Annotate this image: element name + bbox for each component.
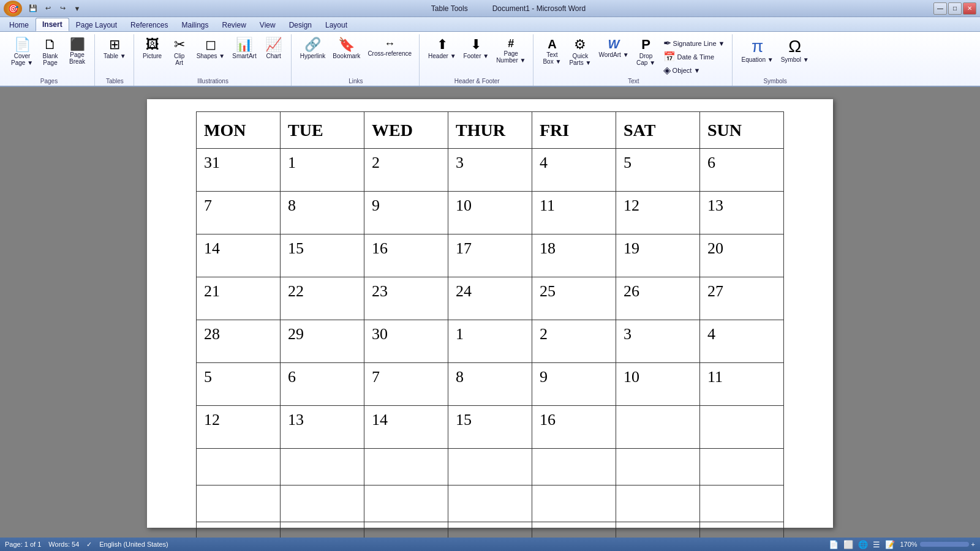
calendar-cell-5-0[interactable]: 5: [197, 363, 281, 406]
calendar-cell-2-6[interactable]: 20: [700, 234, 784, 277]
tab-home[interactable]: Home: [2, 18, 36, 31]
undo-button[interactable]: ↩: [42, 3, 54, 14]
word-count[interactable]: Words: 54: [48, 541, 79, 548]
calendar-cell-8-1[interactable]: [281, 485, 364, 522]
symbol-button[interactable]: Ω Symbol ▼: [778, 37, 812, 64]
calendar-cell-5-1[interactable]: 6: [281, 363, 364, 406]
calendar-cell-2-0[interactable]: 14: [197, 234, 281, 277]
signature-line-button[interactable]: ✒ Signature Line ▼: [661, 37, 728, 50]
calendar-cell-7-0[interactable]: [197, 449, 281, 485]
date-time-button[interactable]: 📅 Date & Time: [661, 50, 728, 63]
calendar-cell-9-3[interactable]: [448, 522, 532, 538]
calendar-cell-0-2[interactable]: 2: [364, 149, 448, 192]
calendar-cell-2-5[interactable]: 19: [616, 234, 700, 277]
calendar-cell-1-5[interactable]: 12: [616, 192, 700, 234]
tab-layout[interactable]: Layout: [318, 18, 354, 31]
cross-reference-button[interactable]: ↔ Cross-reference: [365, 37, 414, 58]
calendar-cell-8-3[interactable]: [448, 485, 532, 522]
calendar-cell-9-0[interactable]: [197, 522, 281, 538]
calendar-cell-9-5[interactable]: [616, 522, 700, 538]
hyperlink-button[interactable]: 🔗 Hyperlink: [298, 37, 328, 61]
calendar-cell-1-1[interactable]: 8: [281, 192, 364, 234]
footer-button[interactable]: ⬇ Footer ▼: [461, 37, 492, 61]
document-area[interactable]: MON TUE WED THUR FRI SAT SUN 31123456789…: [0, 87, 980, 538]
calendar-cell-5-3[interactable]: 8: [448, 363, 532, 406]
calendar-cell-3-6[interactable]: 27: [700, 277, 784, 320]
wordart-button[interactable]: W WordArt ▼: [596, 37, 631, 59]
calendar-cell-7-1[interactable]: [281, 449, 364, 485]
restore-button[interactable]: □: [948, 2, 962, 15]
quick-parts-button[interactable]: ⚙ QuickParts ▼: [567, 37, 594, 67]
tab-view[interactable]: View: [253, 18, 282, 31]
calendar-cell-6-1[interactable]: 13: [281, 406, 364, 449]
calendar-cell-9-4[interactable]: [532, 522, 616, 538]
calendar-cell-6-6[interactable]: [700, 406, 784, 449]
calendar-cell-5-6[interactable]: 11: [700, 363, 784, 406]
calendar-cell-2-3[interactable]: 17: [448, 234, 532, 277]
qat-dropdown[interactable]: ▼: [71, 3, 83, 14]
close-button[interactable]: ✕: [963, 2, 976, 15]
zoom-slider[interactable]: [920, 542, 969, 547]
calendar-cell-1-6[interactable]: 13: [700, 192, 784, 234]
zoom-in-button[interactable]: +: [971, 541, 975, 548]
page-break-button[interactable]: ⬛ PageBreak: [65, 37, 89, 66]
clip-art-button[interactable]: ✂ ClipArt: [167, 37, 192, 67]
minimize-button[interactable]: —: [933, 2, 947, 15]
tab-design[interactable]: Design: [282, 18, 318, 31]
calendar-cell-0-3[interactable]: 3: [448, 149, 532, 192]
calendar-cell-5-2[interactable]: 7: [364, 363, 448, 406]
view-draft-icon[interactable]: 📝: [885, 540, 895, 549]
calendar-cell-7-2[interactable]: [364, 449, 448, 485]
header-button[interactable]: ⬆ Header ▼: [426, 37, 458, 61]
table-button[interactable]: ⊞ Table ▼: [101, 37, 129, 61]
calendar-cell-3-4[interactable]: 25: [532, 277, 616, 320]
smartart-button[interactable]: 📊 SmartArt: [230, 37, 258, 61]
page-info[interactable]: Page: 1 of 1: [5, 541, 41, 548]
picture-button[interactable]: 🖼 Picture: [140, 37, 165, 61]
calendar-cell-4-2[interactable]: 30: [364, 320, 448, 363]
calendar-cell-9-2[interactable]: [364, 522, 448, 538]
calendar-cell-5-5[interactable]: 10: [616, 363, 700, 406]
calendar-cell-8-6[interactable]: [700, 485, 784, 522]
calendar-cell-0-5[interactable]: 5: [616, 149, 700, 192]
shapes-button[interactable]: ◻ Shapes ▼: [194, 37, 228, 61]
calendar-cell-7-6[interactable]: [700, 449, 784, 485]
tab-page-layout[interactable]: Page Layout: [69, 18, 124, 31]
calendar-cell-4-0[interactable]: 28: [197, 320, 281, 363]
tab-review[interactable]: Review: [215, 18, 252, 31]
calendar-cell-8-2[interactable]: [364, 485, 448, 522]
zoom-control[interactable]: 170% +: [900, 541, 975, 548]
calendar-cell-8-0[interactable]: [197, 485, 281, 522]
view-web-icon[interactable]: 🌐: [858, 540, 868, 549]
office-button[interactable]: 🎯: [4, 1, 22, 17]
save-button[interactable]: 💾: [27, 3, 39, 14]
calendar-cell-9-6[interactable]: [700, 522, 784, 538]
page-number-button[interactable]: # PageNumber ▼: [494, 37, 528, 65]
calendar-cell-3-1[interactable]: 22: [281, 277, 364, 320]
tab-mailings[interactable]: Mailings: [175, 18, 215, 31]
calendar-cell-6-2[interactable]: 14: [364, 406, 448, 449]
cover-page-button[interactable]: 📄 CoverPage ▼: [9, 37, 36, 67]
calendar-cell-6-5[interactable]: [616, 406, 700, 449]
redo-button[interactable]: ↪: [56, 3, 69, 14]
calendar-cell-0-0[interactable]: 31: [197, 149, 281, 192]
language[interactable]: English (United States): [99, 541, 168, 548]
calendar-cell-2-2[interactable]: 16: [364, 234, 448, 277]
calendar-cell-4-1[interactable]: 29: [281, 320, 364, 363]
view-print-icon[interactable]: 📄: [829, 540, 839, 549]
drop-cap-button[interactable]: P DropCap ▼: [634, 37, 658, 67]
view-fullscreen-icon[interactable]: ⬜: [843, 540, 853, 549]
view-outline-icon[interactable]: ☰: [873, 540, 880, 549]
calendar-cell-0-6[interactable]: 6: [700, 149, 784, 192]
calendar-cell-6-0[interactable]: 12: [197, 406, 281, 449]
blank-page-button[interactable]: 🗋 BlankPage: [38, 37, 62, 67]
calendar-cell-4-3[interactable]: 1: [448, 320, 532, 363]
calendar-cell-8-5[interactable]: [616, 485, 700, 522]
calendar-cell-6-4[interactable]: 16: [532, 406, 616, 449]
calendar-cell-1-0[interactable]: 7: [197, 192, 281, 234]
calendar-cell-3-3[interactable]: 24: [448, 277, 532, 320]
object-button[interactable]: ◈ Object ▼: [661, 64, 728, 77]
calendar-cell-2-4[interactable]: 18: [532, 234, 616, 277]
calendar-cell-5-4[interactable]: 9: [532, 363, 616, 406]
calendar-cell-9-1[interactable]: [281, 522, 364, 538]
